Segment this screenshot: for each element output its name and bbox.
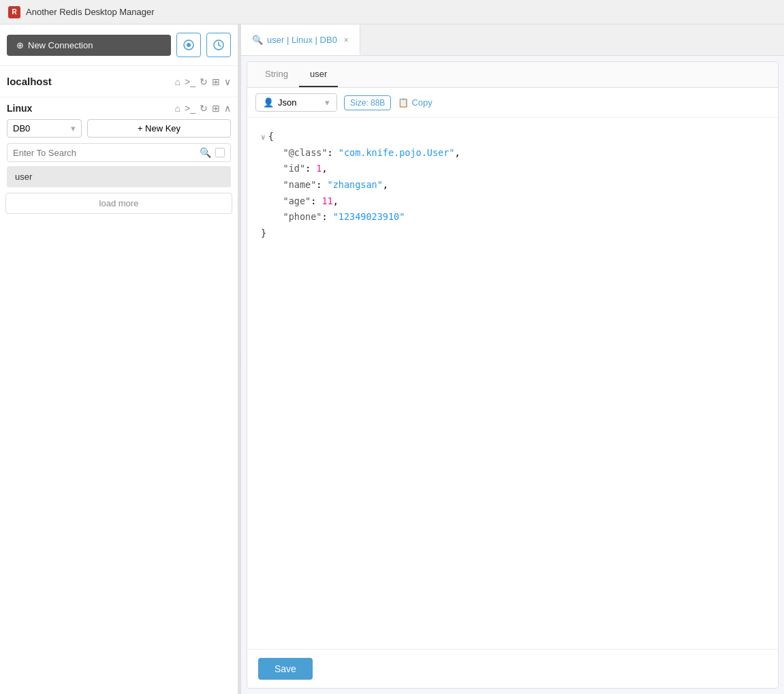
- app-title: Another Redis Desktop Manager: [26, 7, 155, 17]
- content-panel: String user 👤 Json ▾ Size: 88B 📋 Copy ∨{: [247, 61, 779, 689]
- db-home-icon[interactable]: ⌂: [175, 103, 181, 114]
- db-group-name: Linux: [7, 103, 32, 114]
- db-section: Linux ⌂ >_ ↻ ⊞ ∧ DB0 ▾ + New Key 🔍: [0, 97, 238, 187]
- chevron-down-icon[interactable]: ∨: [224, 76, 231, 87]
- content-tabs: String user: [247, 62, 778, 88]
- title-bar: R Another Redis Desktop Manager: [0, 0, 784, 25]
- db-header-actions: ⌂ >_ ↻ ⊞ ∧: [175, 103, 231, 114]
- tab-string[interactable]: String: [254, 62, 299, 87]
- search-icon: 🔍: [200, 147, 211, 158]
- copy-button[interactable]: 📋 Copy: [398, 97, 432, 108]
- format-icon: 👤: [263, 97, 274, 108]
- svg-line-4: [219, 45, 221, 46]
- db-selector[interactable]: DB0 ▾: [7, 119, 82, 138]
- new-connection-button[interactable]: ⊕ New Connection: [7, 35, 171, 56]
- server-icon-button[interactable]: [176, 33, 201, 57]
- connection-header: localhost ⌂ >_ ↻ ⊞ ∨: [7, 72, 231, 91]
- clock-icon-button[interactable]: [206, 33, 231, 57]
- grid-icon[interactable]: ⊞: [212, 76, 220, 87]
- search-checkbox[interactable]: [215, 148, 225, 157]
- app-body: ⊕ New Connection localhost: [0, 25, 784, 694]
- refresh-icon[interactable]: ↻: [200, 76, 208, 87]
- connection-actions: ⌂ >_ ↻ ⊞ ∨: [175, 76, 231, 87]
- content-toolbar: 👤 Json ▾ Size: 88B 📋 Copy: [247, 88, 778, 118]
- new-key-button[interactable]: + New Key: [87, 119, 231, 138]
- json-editor[interactable]: ∨{ "@class": "com.knife.pojo.User", "id"…: [247, 118, 778, 649]
- key-list: user: [7, 166, 231, 187]
- tab-user[interactable]: user: [299, 62, 338, 87]
- db-refresh-icon[interactable]: ↻: [200, 103, 208, 114]
- key-item[interactable]: user: [7, 166, 231, 187]
- app-icon: R: [8, 6, 20, 18]
- sidebar-toolbar: ⊕ New Connection: [0, 25, 238, 66]
- db-terminal-icon[interactable]: >_: [185, 103, 195, 114]
- svg-point-1: [187, 43, 191, 47]
- db-selector-value: DB0: [13, 123, 30, 133]
- tab-user-linux-db0[interactable]: 🔍 user | Linux | DB0 ×: [241, 25, 360, 55]
- tab-label: user | Linux | DB0: [267, 35, 337, 45]
- home-icon[interactable]: ⌂: [175, 76, 181, 87]
- search-input[interactable]: [13, 148, 195, 158]
- save-button[interactable]: Save: [258, 658, 313, 680]
- size-badge: Size: 88B: [344, 95, 391, 110]
- copy-icon: 📋: [398, 97, 409, 108]
- db-chevron-up-icon[interactable]: ∧: [224, 103, 231, 114]
- content-footer: Save: [247, 649, 778, 688]
- chevron-icon: ▾: [71, 123, 76, 133]
- format-chevron: ▾: [325, 97, 330, 108]
- terminal-icon[interactable]: >_: [185, 76, 195, 87]
- sidebar: ⊕ New Connection localhost: [0, 25, 238, 694]
- connection-name: localhost: [7, 76, 52, 87]
- db-header: Linux ⌂ >_ ↻ ⊞ ∧: [7, 103, 231, 114]
- tab-close-icon[interactable]: ×: [344, 35, 349, 45]
- plus-icon: ⊕: [16, 40, 24, 50]
- main-content: 🔍 user | Linux | DB0 × String user 👤 Jso…: [241, 25, 784, 694]
- localhost-connection: localhost ⌂ >_ ↻ ⊞ ∨: [0, 66, 238, 97]
- db-grid-icon[interactable]: ⊞: [212, 103, 220, 114]
- collapse-icon[interactable]: ∨: [261, 133, 266, 142]
- format-selector[interactable]: 👤 Json ▾: [255, 93, 337, 112]
- tabs-bar: 🔍 user | Linux | DB0 ×: [241, 25, 784, 56]
- format-value: Json: [278, 97, 296, 108]
- search-bar: 🔍: [7, 143, 231, 162]
- db-controls: DB0 ▾ + New Key: [7, 119, 231, 138]
- tab-search-icon: 🔍: [252, 35, 263, 45]
- load-more-button[interactable]: load more: [5, 193, 232, 214]
